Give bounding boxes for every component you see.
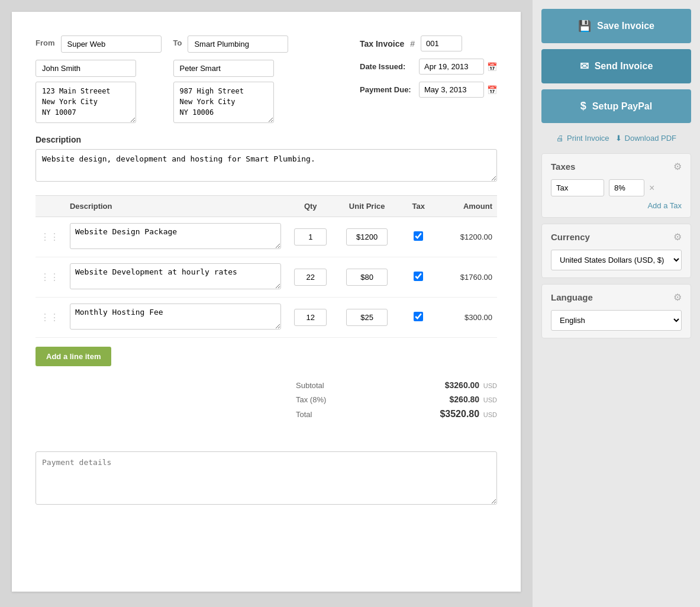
from-person-input[interactable] bbox=[36, 60, 136, 77]
total-row: Total $3520.80 USD bbox=[296, 406, 497, 422]
desc-cell: Website Development at hourly rates bbox=[65, 257, 286, 298]
language-select[interactable]: English bbox=[551, 310, 682, 331]
tax-currency: USD bbox=[483, 396, 497, 403]
language-header: Language ⚙ bbox=[551, 292, 682, 303]
total-value-wrap: $3520.80 USD bbox=[440, 409, 497, 419]
send-invoice-label: Send Invoice bbox=[595, 61, 653, 72]
tax-checkbox-1[interactable] bbox=[414, 272, 423, 281]
add-tax-link[interactable]: Add a Tax bbox=[551, 201, 682, 210]
currency-header: Currency ⚙ bbox=[551, 231, 682, 243]
tax-remove-button[interactable]: × bbox=[649, 183, 654, 193]
invoice-number-input[interactable] bbox=[421, 35, 462, 51]
to-name-input[interactable] bbox=[188, 35, 288, 53]
unit-price-input-2[interactable] bbox=[346, 309, 388, 326]
date-issued-wrap: 📅 bbox=[419, 59, 497, 75]
tax-input-row: × bbox=[551, 179, 682, 196]
desc-cell: Website Design Package bbox=[65, 217, 286, 257]
line-desc-input-0[interactable]: Website Design Package bbox=[70, 223, 281, 249]
drag-handle-icon[interactable]: ⋮⋮ bbox=[40, 232, 59, 242]
envelope-icon: ✉ bbox=[580, 60, 589, 73]
subtotal-value: $3260.00 bbox=[445, 380, 479, 390]
table-row: ⋮⋮ Monthly Hosting Fee $300.00 bbox=[36, 298, 497, 338]
qty-input-0[interactable] bbox=[294, 228, 327, 246]
line-items-body: ⋮⋮ Website Design Package $1200.00 ⋮⋮ bbox=[36, 217, 497, 338]
to-label: To bbox=[173, 38, 182, 47]
col-tax-header: Tax bbox=[399, 196, 438, 217]
unit-price-input-1[interactable] bbox=[346, 269, 388, 286]
add-line-section: Add a line item bbox=[36, 347, 497, 366]
print-invoice-link[interactable]: 🖨 Print Invoice bbox=[556, 134, 609, 143]
to-address-input[interactable] bbox=[173, 82, 274, 123]
save-invoice-button[interactable]: 💾 Save Invoice bbox=[541, 9, 691, 43]
language-gear-icon[interactable]: ⚙ bbox=[673, 292, 682, 303]
tax-cell bbox=[399, 257, 438, 298]
download-icon: ⬇ bbox=[615, 134, 622, 143]
date-issued-row: Date Issued: 📅 bbox=[360, 59, 497, 75]
amount-cell: $1200.00 bbox=[438, 217, 497, 257]
calendar-icon[interactable]: 📅 bbox=[487, 62, 497, 72]
qty-input-2[interactable] bbox=[294, 309, 327, 326]
floppy-icon: 💾 bbox=[578, 20, 591, 33]
line-desc-input-1[interactable]: Website Development at hourly rates bbox=[70, 263, 281, 289]
tax-checkbox-2[interactable] bbox=[414, 312, 423, 321]
qty-cell bbox=[286, 257, 335, 298]
date-issued-input[interactable] bbox=[419, 59, 484, 75]
secondary-actions: 🖨 Print Invoice ⬇ Download PDF bbox=[541, 129, 691, 147]
amount-cell: $300.00 bbox=[438, 298, 497, 338]
drag-handle-cell: ⋮⋮ bbox=[36, 257, 65, 298]
from-block: From bbox=[36, 35, 162, 123]
calendar-icon-2[interactable]: 📅 bbox=[487, 85, 497, 95]
line-desc-input-2[interactable]: Monthly Hosting Fee bbox=[70, 304, 281, 330]
unit-price-input-0[interactable] bbox=[346, 228, 388, 246]
tax-pct-input[interactable] bbox=[609, 179, 644, 196]
print-invoice-label: Print Invoice bbox=[567, 134, 609, 143]
payment-details-textarea[interactable] bbox=[36, 451, 497, 505]
download-pdf-link[interactable]: ⬇ Download PDF bbox=[615, 134, 676, 143]
printer-icon: 🖨 bbox=[556, 134, 564, 143]
from-address-input[interactable] bbox=[36, 82, 136, 123]
table-row: ⋮⋮ Website Development at hourly rates $… bbox=[36, 257, 497, 298]
save-invoice-label: Save Invoice bbox=[597, 21, 654, 31]
drag-handle-icon[interactable]: ⋮⋮ bbox=[40, 272, 59, 282]
setup-paypal-label: Setup PayPal bbox=[592, 101, 652, 112]
to-person-input[interactable] bbox=[173, 60, 274, 77]
description-section: Description bbox=[36, 135, 497, 183]
unit-price-cell bbox=[335, 298, 399, 338]
tax-invoice-label: Tax Invoice bbox=[360, 39, 404, 49]
amount-value-1: $1760.00 bbox=[460, 273, 492, 282]
payment-due-row: Payment Due: 📅 bbox=[360, 82, 497, 98]
tax-checkbox-0[interactable] bbox=[414, 231, 423, 241]
from-label: From bbox=[36, 38, 55, 47]
amount-cell: $1760.00 bbox=[438, 257, 497, 298]
payment-due-wrap: 📅 bbox=[419, 82, 497, 98]
main-area: From To Tax Invoice # bbox=[0, 0, 533, 607]
col-drag-header bbox=[36, 196, 65, 217]
drag-handle-cell: ⋮⋮ bbox=[36, 298, 65, 338]
currency-title: Currency bbox=[551, 232, 590, 242]
language-title: Language bbox=[551, 292, 593, 302]
payment-due-input[interactable] bbox=[419, 82, 484, 98]
payment-section bbox=[36, 451, 497, 506]
invoice-meta: Tax Invoice # Date Issued: 📅 Payment Due… bbox=[360, 35, 497, 98]
subtotal-currency: USD bbox=[483, 382, 497, 389]
add-line-button[interactable]: Add a line item bbox=[36, 347, 111, 366]
send-invoice-button[interactable]: ✉ Send Invoice bbox=[541, 49, 691, 83]
drag-handle-cell: ⋮⋮ bbox=[36, 217, 65, 257]
payment-due-label: Payment Due: bbox=[360, 85, 413, 94]
qty-input-1[interactable] bbox=[294, 269, 327, 286]
col-qty-header: Qty bbox=[286, 196, 335, 217]
taxes-gear-icon[interactable]: ⚙ bbox=[673, 161, 682, 172]
col-unit-price-header: Unit Price bbox=[335, 196, 399, 217]
currency-select[interactable]: United States Dollars (USD, $) bbox=[551, 250, 682, 270]
drag-handle-icon[interactable]: ⋮⋮ bbox=[40, 312, 59, 322]
setup-paypal-button[interactable]: $ Setup PayPal bbox=[541, 89, 691, 123]
tax-name-input[interactable] bbox=[551, 179, 604, 196]
from-name-input[interactable] bbox=[61, 35, 162, 53]
qty-cell bbox=[286, 217, 335, 257]
tax-total-label: Tax (8%) bbox=[296, 395, 326, 404]
currency-gear-icon[interactable]: ⚙ bbox=[673, 231, 682, 243]
to-block: To bbox=[173, 35, 289, 123]
description-textarea[interactable] bbox=[36, 149, 497, 182]
total-label: Total bbox=[296, 410, 312, 419]
amount-value-2: $300.00 bbox=[464, 313, 492, 322]
